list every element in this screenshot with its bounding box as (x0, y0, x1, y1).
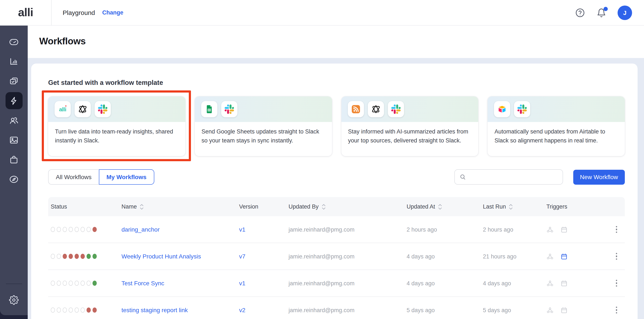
top-header: alli Playground Change J (0, 0, 644, 26)
workflow-name-link[interactable]: daring_anchor (122, 226, 160, 233)
status-dot-green (86, 254, 91, 259)
shopping-bag-icon (9, 155, 19, 164)
search-input[interactable] (470, 174, 558, 180)
updated-by-value: jamie.reinhard@pmg.com (288, 253, 354, 259)
template-card-banner (488, 96, 625, 122)
sidebar-item-dashboard[interactable] (5, 33, 22, 50)
workflow-version-link[interactable]: v1 (239, 280, 246, 286)
status-dot-empty (74, 281, 79, 286)
sidebar-item-media[interactable] (5, 131, 22, 148)
user-avatar[interactable]: J (618, 5, 632, 20)
app-window: alli Playground Change J (0, 0, 644, 319)
row-actions-kebab-icon[interactable] (614, 305, 619, 315)
template-card-wrap-4: Automatically send updates from Airtable… (488, 96, 625, 156)
app-logo[interactable]: alli (0, 0, 52, 25)
sidebar-item-workflows[interactable] (5, 92, 22, 109)
sidebar-item-tasks[interactable] (5, 73, 22, 90)
page-header: Workflows (28, 26, 644, 58)
help-icon[interactable] (575, 8, 585, 18)
toolbar-right: New Workflow (454, 169, 625, 185)
template-card-wrap-3: Stay informed with AI-summarized article… (341, 96, 478, 156)
template-card-airtable-slack[interactable]: Automatically send updates from Airtable… (488, 96, 625, 156)
sidebar-item-settings[interactable] (5, 291, 22, 308)
sort-icon[interactable] (140, 204, 144, 210)
updated-by-value: jamie.reinhard@pmg.com (288, 280, 354, 286)
status-dots (51, 227, 97, 232)
column-header-last-run[interactable]: Last Run (480, 203, 544, 210)
page-body: Get started with a workflow template all… (28, 58, 644, 319)
schedule-trigger-icon (560, 253, 568, 260)
status-dot-red (63, 254, 67, 259)
status-dots (51, 307, 97, 312)
header-actions: J (575, 5, 644, 20)
tab-all-workflows[interactable]: All Workflows (48, 169, 99, 185)
notifications-bell-icon[interactable] (596, 8, 606, 18)
status-dot-empty (57, 254, 61, 259)
template-card-sheets-slack[interactable]: Send Google Sheets updates straight to S… (195, 96, 332, 156)
column-header-name[interactable]: Name (119, 203, 236, 210)
template-card-wrap-1: alli Turn live data into team-ready insi… (48, 96, 186, 156)
workflow-row: testing staging report link v2 jamie.rei… (48, 297, 625, 319)
status-dot-red (68, 254, 73, 259)
template-description: Send Google Sheets updates straight to S… (202, 128, 325, 145)
row-actions-kebab-icon[interactable] (614, 224, 619, 235)
workflow-version-link[interactable]: v2 (239, 307, 246, 313)
search-icon (460, 174, 466, 180)
workflow-name-link[interactable]: Weekly Product Hunt Analysis (122, 253, 201, 260)
template-app-icons (348, 101, 404, 117)
status-dot-red (80, 254, 85, 259)
openai-app-icon (368, 101, 384, 117)
template-card-body: Automatically send updates from Airtable… (488, 122, 625, 151)
sort-icon[interactable] (509, 204, 513, 210)
webhook-trigger-icon (546, 279, 554, 287)
workflow-version-link[interactable]: v7 (239, 253, 246, 260)
gauge-icon (9, 37, 19, 47)
sort-icon[interactable] (438, 204, 442, 210)
status-dot-empty (63, 307, 67, 312)
sort-icon[interactable] (322, 204, 326, 210)
workflow-row: Test Force Sync v1 jamie.reinhard@pmg.co… (48, 270, 625, 297)
sidebar-nav (0, 26, 28, 315)
schedule-trigger-icon (560, 226, 568, 233)
search-box[interactable] (454, 169, 563, 185)
last-run-value: 5 days ago (483, 307, 511, 313)
workflow-name-link[interactable]: testing staging report link (122, 307, 188, 313)
template-card-alli-openai-slack[interactable]: alli Turn live data into team-ready insi… (48, 96, 186, 156)
slack-app-icon (514, 101, 530, 117)
row-actions-kebab-icon[interactable] (614, 251, 619, 262)
column-header-updated-by[interactable]: Updated By (286, 203, 404, 210)
status-dot-empty (51, 227, 55, 232)
trigger-icons (546, 279, 568, 287)
table-header-row: Status Name Version Updated By Updated A… (48, 197, 625, 216)
column-header-updated-at[interactable]: Updated At (404, 203, 480, 210)
workspace-change-link[interactable]: Change (102, 10, 124, 16)
airtable-app-icon (494, 101, 510, 117)
status-dot-red (92, 307, 97, 312)
row-actions-kebab-icon[interactable] (614, 278, 619, 288)
sidebar-column (0, 26, 28, 319)
updated-by-value: jamie.reinhard@pmg.com (288, 226, 354, 233)
workflow-name-link[interactable]: Test Force Sync (122, 280, 164, 286)
webhook-trigger-icon (546, 226, 554, 233)
image-icon (9, 135, 19, 145)
workflow-filter-tabs: All Workflows My Workflows (48, 169, 154, 185)
workflow-row: daring_anchor v1 jamie.reinhard@pmg.com … (48, 216, 625, 243)
sidebar-item-analytics[interactable] (5, 53, 22, 70)
sidebar-item-explore[interactable] (5, 171, 22, 188)
last-run-value: 2 hours ago (483, 226, 513, 233)
status-dots (51, 281, 97, 286)
status-dot-green (92, 254, 97, 259)
tab-my-workflows[interactable]: My Workflows (99, 169, 154, 185)
trigger-icons (546, 253, 568, 260)
status-dot-empty (51, 254, 55, 259)
status-dot-empty (57, 307, 61, 312)
sidebar-item-audiences[interactable] (5, 112, 22, 129)
webhook-trigger-icon (546, 253, 554, 260)
workflow-version-link[interactable]: v1 (239, 226, 246, 233)
users-icon (9, 115, 19, 125)
status-dot-empty (63, 281, 67, 286)
template-card-rss-openai-slack[interactable]: Stay informed with AI-summarized article… (341, 96, 478, 156)
sidebar-item-commerce[interactable] (5, 151, 22, 168)
status-dot-empty (80, 281, 85, 286)
new-workflow-button[interactable]: New Workflow (573, 170, 625, 184)
